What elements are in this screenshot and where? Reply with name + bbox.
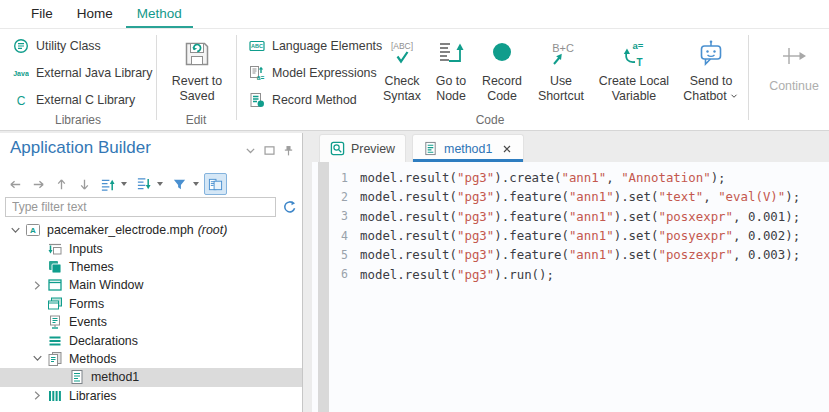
panel-toolbar bbox=[4, 173, 227, 195]
create-local-variable-label: Create Local Variable bbox=[594, 74, 674, 104]
arrow-right-button[interactable] bbox=[27, 173, 50, 195]
editor-tab-bar: Preview method1 bbox=[312, 133, 829, 162]
code-text: model.result("pg3").create("ann1", "Anno… bbox=[360, 170, 726, 185]
tree-item-method1[interactable]: method1 bbox=[0, 368, 302, 386]
chevron-right-icon[interactable] bbox=[30, 278, 45, 293]
forms-icon bbox=[47, 296, 63, 312]
tree-item-main-window[interactable]: Main Window bbox=[0, 276, 302, 294]
app-root-icon: A bbox=[25, 222, 41, 238]
line-number: 4 bbox=[329, 229, 348, 243]
tree-item-declarations[interactable]: Declarations bbox=[0, 331, 302, 349]
tab-method1-label: method1 bbox=[444, 142, 492, 156]
model-expressions-button[interactable]: a= Model Expressions bbox=[244, 61, 382, 84]
filter-button[interactable] bbox=[168, 173, 191, 195]
tree-item-inputs[interactable]: Inputs bbox=[0, 239, 302, 257]
tree-item-label: pacemaker_electrode.mph bbox=[47, 223, 194, 237]
line-number: 1 bbox=[329, 171, 348, 185]
expander-spacer bbox=[52, 370, 67, 385]
code-line[interactable]: 2model.result("pg3").feature("ann1").set… bbox=[329, 187, 829, 206]
themes-icon bbox=[47, 259, 63, 275]
line-number: 3 bbox=[329, 209, 348, 223]
model-expressions-label: Model Expressions bbox=[272, 66, 377, 80]
expander-spacer bbox=[30, 241, 45, 256]
filter-input[interactable] bbox=[5, 197, 276, 217]
record-method-button[interactable]: Record Method bbox=[244, 88, 362, 111]
close-icon[interactable] bbox=[501, 143, 513, 155]
revert-to-saved-label: Revert to Saved bbox=[160, 74, 234, 104]
code-text: model.result("pg3").feature("ann1").set(… bbox=[360, 209, 800, 224]
language-elements-label: Language Elements bbox=[272, 39, 382, 53]
toggle-editor-tools-button[interactable] bbox=[204, 173, 227, 195]
utility-class-button[interactable]: Utility Class bbox=[8, 34, 106, 57]
tree-item-forms[interactable]: Forms bbox=[0, 295, 302, 313]
chevron-down-icon[interactable] bbox=[30, 351, 45, 366]
group-separator bbox=[156, 35, 157, 120]
tree-item-methods[interactable]: Methods bbox=[0, 350, 302, 368]
java-icon: Java bbox=[13, 65, 29, 81]
chevron-down-icon[interactable] bbox=[8, 223, 23, 238]
arrow-left-button[interactable] bbox=[4, 173, 27, 195]
tree-item-libraries[interactable]: Libraries bbox=[0, 387, 302, 405]
arrow-up-icon bbox=[54, 177, 69, 192]
pin-icon[interactable] bbox=[282, 144, 295, 157]
code-line[interactable]: 1model.result("pg3").create("ann1", "Ann… bbox=[329, 168, 829, 187]
tree-item-pacemaker-electrode-mph[interactable]: Apacemaker_electrode.mph(root) bbox=[0, 221, 302, 239]
arrow-up-button[interactable] bbox=[50, 173, 73, 195]
check-syntax-button[interactable]: [ABC] Check Syntax bbox=[378, 34, 426, 128]
tab-method1[interactable]: method1 bbox=[412, 134, 524, 162]
float-window-icon[interactable] bbox=[263, 144, 276, 157]
dropdown-caret[interactable] bbox=[121, 182, 127, 186]
code-text: model.result("pg3").run(); bbox=[360, 267, 554, 282]
tree-item-label: Declarations bbox=[69, 334, 138, 348]
dropdown-caret[interactable] bbox=[157, 182, 163, 186]
external-java-library-button[interactable]: Java External Java Library bbox=[8, 61, 157, 84]
tree-item-label: Libraries bbox=[69, 389, 117, 403]
svg-text:C: C bbox=[17, 93, 26, 107]
code-line[interactable]: 5model.result("pg3").feature("ann1").set… bbox=[329, 245, 829, 264]
arrow-right-icon bbox=[31, 177, 46, 192]
line-number: 2 bbox=[329, 190, 348, 204]
toggle-editor-tools-icon bbox=[208, 177, 223, 192]
collapse-list-icon bbox=[136, 177, 151, 192]
chevron-down-icon[interactable] bbox=[729, 91, 739, 101]
expand-list-button[interactable] bbox=[96, 173, 119, 195]
breakpoint-gutter[interactable] bbox=[318, 162, 329, 412]
revert-to-saved-icon bbox=[182, 39, 212, 69]
menu-tab-file[interactable]: File bbox=[20, 0, 64, 28]
tab-preview[interactable]: Preview bbox=[319, 134, 406, 162]
create-local-variable-icon: a=T bbox=[619, 39, 649, 69]
code-line[interactable]: 3model.result("pg3").feature("ann1").set… bbox=[329, 207, 829, 226]
svg-text:a=: a= bbox=[633, 40, 644, 51]
check-syntax-label: Check Syntax bbox=[378, 74, 426, 104]
send-to-chatbot-label: Send to Chatbot bbox=[683, 74, 732, 103]
tree-item-suffix: (root) bbox=[198, 223, 228, 237]
methods-icon bbox=[47, 351, 63, 367]
tree-item-themes[interactable]: Themes bbox=[0, 258, 302, 276]
events-icon bbox=[47, 314, 63, 330]
code-line[interactable]: 6model.result("pg3").run(); bbox=[329, 264, 829, 283]
method-icon bbox=[69, 369, 85, 385]
continue-button[interactable]: Continue bbox=[758, 39, 829, 133]
c-icon: C bbox=[13, 92, 29, 108]
collapse-list-button[interactable] bbox=[132, 173, 155, 195]
expander-spacer bbox=[30, 315, 45, 330]
language-elements-button[interactable]: ABC Language Elements bbox=[244, 34, 387, 57]
panel-title: Application Builder bbox=[10, 138, 151, 158]
refresh-icon[interactable] bbox=[282, 199, 298, 215]
method-editor: Preview method1 1model.result("pg3").cre… bbox=[312, 133, 829, 412]
menu-tab-home[interactable]: Home bbox=[66, 0, 124, 28]
code-editor[interactable]: 1model.result("pg3").create("ann1", "Ann… bbox=[312, 162, 829, 412]
tree-item-label: method1 bbox=[91, 370, 139, 384]
record-method-icon bbox=[249, 92, 265, 108]
external-c-library-button[interactable]: C External C Library bbox=[8, 88, 140, 111]
utility-class-icon bbox=[13, 38, 29, 54]
code-line[interactable]: 4model.result("pg3").feature("ann1").set… bbox=[329, 226, 829, 245]
chevron-right-icon[interactable] bbox=[30, 388, 45, 403]
create-local-variable-button[interactable]: a=T Create Local Variable bbox=[594, 34, 674, 128]
panel-menu-chevron-icon[interactable] bbox=[244, 144, 257, 157]
arrow-down-button[interactable] bbox=[73, 173, 96, 195]
send-to-chatbot-button[interactable]: Send to Chatbot bbox=[676, 34, 746, 128]
menu-tab-method[interactable]: Method bbox=[126, 0, 193, 28]
tree-item-events[interactable]: Events bbox=[0, 313, 302, 331]
dropdown-caret[interactable] bbox=[193, 182, 199, 186]
